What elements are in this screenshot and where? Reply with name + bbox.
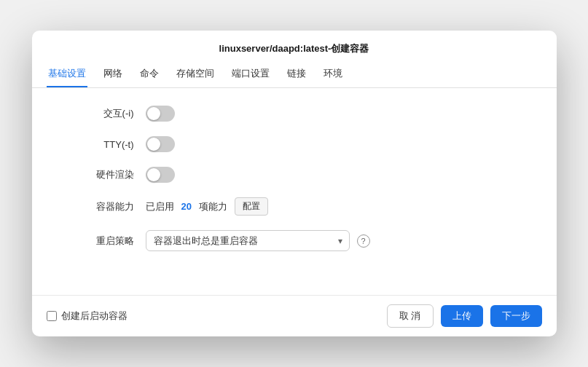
tab-network[interactable]: 网络 [102, 63, 124, 87]
dialog-title: linuxserver/daapd:latest-创建容器 [32, 31, 557, 55]
restart-row: 重启策略 容器退出时总是重启容器 ▾ ? [76, 230, 513, 251]
hardware-row: 硬件渲染 [76, 167, 513, 183]
create-container-dialog: linuxserver/daapd:latest-创建容器 基础设置 网络 命令… [32, 31, 557, 336]
tab-storage[interactable]: 存储空间 [175, 63, 216, 87]
capability-text: 已启用 [146, 200, 174, 213]
start-after-create-text: 创建后启动容器 [61, 309, 128, 323]
config-button[interactable]: 配置 [235, 197, 268, 216]
cancel-button[interactable]: 取 消 [387, 304, 434, 328]
help-icon[interactable]: ? [357, 234, 370, 248]
tab-env[interactable]: 环境 [322, 63, 344, 87]
interactive-toggle[interactable] [146, 106, 175, 122]
tab-ports[interactable]: 端口设置 [230, 63, 271, 87]
capability-row: 容器能力 已启用 20 项能力 配置 [76, 197, 513, 216]
restart-controls: 容器退出时总是重启容器 ▾ ? [146, 230, 370, 251]
tty-label: TTY(-t) [76, 139, 134, 150]
capability-unit: 项能力 [199, 200, 227, 213]
next-button[interactable]: 下一步 [490, 305, 542, 327]
restart-label: 重启策略 [76, 234, 134, 248]
tty-row: TTY(-t) [76, 136, 513, 152]
start-after-create-checkbox[interactable] [47, 311, 57, 321]
hardware-label: 硬件渲染 [76, 168, 134, 181]
capability-count: 20 [181, 201, 192, 212]
hardware-toggle[interactable] [146, 167, 175, 183]
restart-select-wrapper: 容器退出时总是重启容器 ▾ [146, 230, 350, 251]
capability-label: 容器能力 [76, 200, 134, 213]
tab-content: 交互(-i) TTY(-t) 硬件渲染 容器能力 已启用 20 项能力 配置 重… [32, 88, 557, 295]
tab-bar: 基础设置 网络 命令 存储空间 端口设置 链接 环境 [32, 55, 557, 88]
submit-button[interactable]: 上传 [441, 305, 483, 327]
tab-basic-settings[interactable]: 基础设置 [47, 63, 87, 87]
tab-links[interactable]: 链接 [286, 63, 307, 87]
interactive-row: 交互(-i) [76, 106, 513, 122]
dialog-footer: 创建后启动容器 取 消 上传 下一步 [32, 295, 557, 336]
tab-command[interactable]: 命令 [138, 63, 160, 87]
start-after-create-label[interactable]: 创建后启动容器 [47, 309, 128, 323]
restart-select[interactable]: 容器退出时总是重启容器 [146, 230, 350, 251]
interactive-label: 交互(-i) [76, 107, 134, 120]
capability-info: 已启用 20 项能力 配置 [146, 197, 268, 216]
tty-toggle[interactable] [146, 136, 175, 152]
